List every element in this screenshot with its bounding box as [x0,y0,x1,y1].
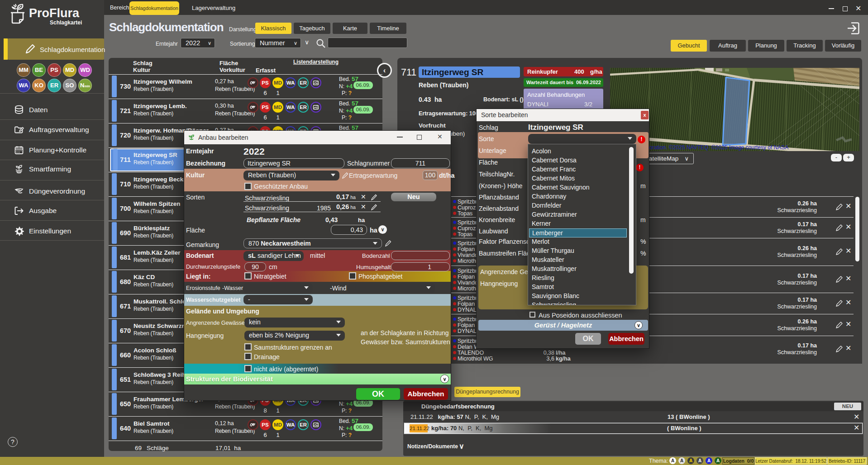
svg-text:rporation. ©2025 NAVTEQ. ©2025: rporation. ©2025 NAVTEQ. ©2025 Image cou… [644,144,788,151]
